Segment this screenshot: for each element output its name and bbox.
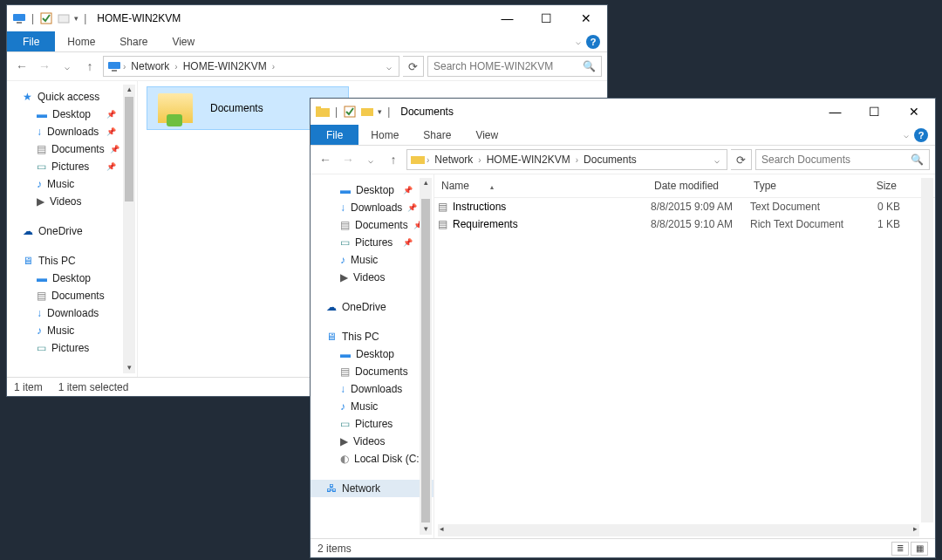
qat-properties-icon[interactable] — [343, 105, 357, 119]
maximize-button[interactable]: ☐ — [527, 6, 566, 31]
search-input[interactable]: Search HOME-WIN2KVM 🔍 — [427, 56, 602, 77]
qat-properties-icon[interactable] — [39, 11, 53, 25]
sidebar-item-quick-access[interactable]: ★Quick access — [7, 88, 137, 106]
refresh-button[interactable]: ⟳ — [731, 149, 752, 170]
sidebar-item-music[interactable]: ♪Music — [311, 398, 433, 415]
qat-newfolder-icon[interactable] — [360, 105, 374, 119]
crumb-network[interactable]: Network — [127, 60, 173, 72]
horizontal-scrollbar[interactable]: ◂▸ — [438, 524, 919, 536]
sidebar-item-pictures[interactable]: ▭Pictures — [7, 339, 137, 357]
breadcrumb[interactable]: › Network › HOME-WIN2KVM › Documents ⌵ — [406, 149, 727, 170]
chevron-right-icon[interactable]: › — [270, 62, 276, 72]
ribbon-expand-icon[interactable]: ⌵ — [576, 37, 581, 46]
scroll-down-icon[interactable]: ▾ — [420, 524, 432, 535]
minimize-button[interactable]: — — [816, 99, 855, 124]
sidebar-item-local-disk[interactable]: ◐Local Disk (C:) — [311, 450, 433, 468]
sidebar-item-desktop[interactable]: ▬Desktop — [311, 345, 433, 363]
help-icon[interactable]: ? — [914, 128, 928, 142]
sidebar-item-onedrive[interactable]: ☁OneDrive — [311, 298, 433, 316]
sidebar-item-videos[interactable]: ▶Videos — [311, 269, 433, 286]
tab-share[interactable]: Share — [411, 125, 463, 145]
chevron-right-icon[interactable]: › — [425, 155, 431, 165]
qat-dropdown-icon[interactable]: ▾ — [378, 107, 382, 116]
sidebar-item-documents[interactable]: ▤Documents — [7, 287, 137, 304]
sidebar-item-desktop[interactable]: ▬Desktop — [7, 270, 137, 287]
tab-view[interactable]: View — [160, 31, 207, 51]
vertical-scrollbar[interactable] — [921, 178, 933, 522]
sidebar-item-pictures[interactable]: ▭Pictures — [311, 415, 433, 433]
close-button[interactable]: ✕ — [894, 99, 933, 124]
tab-home[interactable]: Home — [55, 31, 107, 51]
sidebar-item-pictures[interactable]: ▭Pictures📌 — [7, 158, 137, 175]
up-button[interactable]: ↑ — [80, 57, 99, 76]
maximize-button[interactable]: ☐ — [855, 99, 894, 124]
sidebar-item-this-pc[interactable]: 🖥This PC — [7, 252, 137, 270]
help-icon[interactable]: ? — [586, 35, 600, 49]
sidebar-item-music[interactable]: ♪Music — [311, 251, 433, 269]
sidebar-item-videos[interactable]: ▶Videos — [311, 433, 433, 450]
column-date[interactable]: Date modified — [651, 180, 750, 192]
qat-newfolder-icon[interactable] — [57, 11, 71, 25]
scroll-thumb[interactable] — [125, 97, 133, 201]
forward-button[interactable]: → — [35, 57, 54, 76]
sidebar-item-desktop[interactable]: ▬Desktop📌 — [311, 181, 433, 199]
scroll-thumb[interactable] — [421, 199, 430, 522]
sidebar-item-documents[interactable]: ▤Documents📌 — [311, 216, 433, 234]
column-name[interactable]: Name▴ — [438, 180, 651, 192]
scrollbar[interactable]: ▴ ▾ — [420, 178, 432, 535]
chevron-down-icon[interactable]: ⌵ — [711, 155, 723, 165]
chevron-right-icon[interactable]: › — [574, 155, 580, 165]
sidebar-item-documents[interactable]: ▤Documents📌 — [7, 140, 137, 158]
sidebar-item-onedrive[interactable]: ☁OneDrive — [7, 222, 137, 240]
crumb-host[interactable]: HOME-WIN2KVM — [180, 60, 270, 72]
minimize-button[interactable]: — — [488, 6, 527, 31]
forward-button[interactable]: → — [338, 150, 358, 169]
sidebar-item-documents[interactable]: ▤Documents — [311, 363, 433, 380]
file-row[interactable]: ▤Requirements 8/8/2015 9:10 AM Rich Text… — [434, 215, 935, 233]
scroll-up-icon[interactable]: ▴ — [123, 85, 135, 95]
ribbon-expand-icon[interactable]: ⌵ — [904, 130, 909, 140]
search-input[interactable]: Search Documents 🔍 — [755, 149, 930, 170]
tab-home[interactable]: Home — [358, 125, 411, 145]
tab-file[interactable]: File — [311, 125, 358, 145]
tab-view[interactable]: View — [463, 125, 510, 145]
sidebar-item-downloads[interactable]: ↓Downloads — [7, 304, 137, 322]
up-button[interactable]: ↑ — [384, 150, 403, 169]
scroll-left-icon[interactable]: ◂ — [440, 524, 444, 533]
view-details-button[interactable]: ≣ — [891, 542, 909, 556]
refresh-button[interactable]: ⟳ — [403, 56, 424, 77]
breadcrumb[interactable]: › Network › HOME-WIN2KVM › ⌵ — [103, 56, 399, 77]
scroll-down-icon[interactable]: ▾ — [123, 363, 135, 373]
qat-dropdown-icon[interactable]: ▾ — [74, 14, 78, 23]
sidebar-item-pictures[interactable]: ▭Pictures📌 — [311, 234, 433, 251]
sidebar-item-downloads[interactable]: ↓Downloads📌 — [7, 123, 137, 140]
sidebar-item-videos[interactable]: ▶Videos — [7, 193, 137, 210]
back-button[interactable]: ← — [316, 150, 335, 169]
back-button[interactable]: ← — [12, 57, 31, 76]
recent-dropdown-icon[interactable]: ⌵ — [58, 57, 77, 76]
crumb-network[interactable]: Network — [431, 154, 476, 166]
column-size[interactable]: Size — [851, 180, 900, 192]
sidebar-item-network[interactable]: 🖧Network — [311, 480, 433, 497]
view-large-button[interactable]: ▦ — [911, 542, 928, 556]
scroll-up-icon[interactable]: ▴ — [420, 178, 432, 188]
recent-dropdown-icon[interactable]: ⌵ — [361, 150, 380, 169]
sidebar-item-desktop[interactable]: ▬Desktop📌 — [7, 106, 137, 123]
tab-share[interactable]: Share — [107, 31, 160, 51]
sidebar-item-downloads[interactable]: ↓Downloads — [311, 380, 433, 398]
sidebar-item-music[interactable]: ♪Music — [7, 322, 137, 339]
tab-file[interactable]: File — [7, 31, 55, 51]
file-row[interactable]: ▤Instructions 8/8/2015 9:09 AM Text Docu… — [434, 198, 935, 215]
sidebar-item-this-pc[interactable]: 🖥This PC — [311, 328, 433, 345]
sidebar-item-music[interactable]: ♪Music — [7, 175, 137, 193]
crumb-host[interactable]: HOME-WIN2KVM — [483, 154, 574, 166]
column-type[interactable]: Type — [750, 180, 851, 192]
close-button[interactable]: ✕ — [566, 6, 605, 31]
scroll-right-icon[interactable]: ▸ — [913, 524, 918, 533]
chevron-right-icon[interactable]: › — [476, 155, 482, 165]
chevron-right-icon[interactable]: › — [121, 62, 127, 72]
crumb-documents[interactable]: Documents — [580, 154, 640, 166]
chevron-right-icon[interactable]: › — [173, 62, 179, 72]
sidebar-item-downloads[interactable]: ↓Downloads📌 — [311, 199, 433, 216]
scrollbar[interactable]: ▴ ▾ — [123, 85, 135, 373]
